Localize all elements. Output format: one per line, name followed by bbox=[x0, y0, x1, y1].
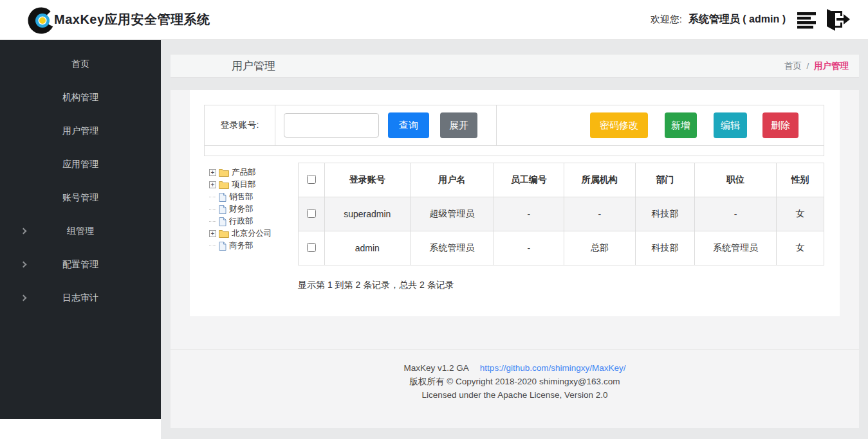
tree-node-label[interactable]: 产品部 bbox=[232, 167, 256, 178]
tree-expand-icon[interactable]: + bbox=[209, 169, 216, 176]
col-header-organization: 所属机构 bbox=[564, 163, 636, 197]
add-button[interactable]: 新增 bbox=[665, 112, 697, 138]
folder-icon bbox=[219, 181, 229, 189]
users-table: 登录账号 用户名 员工编号 所属机构 部门 职位 性别 bbox=[298, 163, 824, 265]
chevron-right-icon bbox=[21, 295, 27, 301]
cell-gender: 女 bbox=[777, 231, 824, 265]
file-icon bbox=[219, 193, 226, 202]
user-management-card: 登录账号: 查询 展开 密码修改 新增 编辑 删除 bbox=[190, 90, 840, 316]
sidebar-item-account-management[interactable]: 账号管理 bbox=[0, 181, 161, 215]
expand-button[interactable]: 展开 bbox=[440, 112, 477, 138]
file-icon bbox=[219, 205, 226, 214]
breadcrumb-separator: / bbox=[806, 61, 809, 71]
file-icon bbox=[219, 217, 226, 226]
delete-button[interactable]: 删除 bbox=[762, 112, 799, 138]
footer-license: Licensed under the Apache License, Versi… bbox=[171, 388, 859, 402]
row-select-cell bbox=[299, 231, 325, 265]
cell-login: admin bbox=[324, 231, 410, 265]
cell-department: 科技部 bbox=[636, 231, 695, 265]
file-icon bbox=[219, 242, 226, 251]
cell-employee-id: - bbox=[494, 231, 564, 265]
change-password-button[interactable]: 密码修改 bbox=[590, 112, 648, 138]
search-controls: 查询 展开 bbox=[275, 105, 497, 145]
tree-node-label[interactable]: 行政部 bbox=[229, 216, 254, 227]
sidebar-item-label: 账号管理 bbox=[62, 192, 98, 204]
footer-version-line: MaxKey v1.2 GA https://github.com/shimin… bbox=[171, 361, 859, 375]
tree-connector bbox=[209, 209, 216, 210]
tree-connector bbox=[209, 246, 216, 246]
action-buttons: 密码修改 新增 编辑 删除 bbox=[497, 105, 824, 145]
tree-node-sales-dept[interactable]: 销售部 bbox=[209, 191, 298, 203]
welcome-label: 欢迎您: bbox=[651, 13, 682, 26]
col-header-gender: 性别 bbox=[777, 163, 824, 197]
brand: MaxKey应用安全管理系统 bbox=[24, 4, 210, 35]
table-header-row: 登录账号 用户名 员工编号 所属机构 部门 职位 性别 bbox=[299, 163, 824, 197]
chevron-right-icon bbox=[21, 228, 27, 235]
tree-node-beijing-branch[interactable]: + 北京分公司 bbox=[209, 228, 298, 240]
session-list-icon[interactable] bbox=[797, 10, 819, 30]
cell-employee-id: - bbox=[494, 197, 564, 231]
cell-username: 系统管理员 bbox=[410, 231, 494, 265]
tree-node-label[interactable]: 销售部 bbox=[229, 192, 254, 202]
col-header-department: 部门 bbox=[636, 163, 695, 197]
col-header-login: 登录账号 bbox=[324, 163, 410, 197]
users-table-wrap: 登录账号 用户名 员工编号 所属机构 部门 职位 性别 bbox=[298, 163, 824, 291]
tree-node-label[interactable]: 项目部 bbox=[232, 179, 256, 190]
sidebar-item-user-management[interactable]: 用户管理 bbox=[0, 114, 161, 148]
breadcrumb: 首页 / 用户管理 bbox=[784, 60, 849, 72]
sidebar-item-label: 配置管理 bbox=[62, 259, 98, 271]
row-checkbox[interactable] bbox=[307, 209, 316, 218]
cell-login: superadmin bbox=[324, 197, 410, 231]
tree-expand-icon[interactable]: + bbox=[209, 230, 216, 237]
cell-gender: 女 bbox=[777, 197, 824, 231]
sidebar-item-group-management[interactable]: 组管理 bbox=[0, 215, 161, 248]
tree-node-project-dept[interactable]: + 项目部 bbox=[209, 179, 298, 191]
col-header-username: 用户名 bbox=[410, 163, 494, 197]
sidebar-item-label: 应用管理 bbox=[62, 159, 98, 170]
top-header: MaxKey应用安全管理系统 欢迎您: 系统管理员 ( admin ) bbox=[0, 0, 868, 40]
site-footer: MaxKey v1.2 GA https://github.com/shimin… bbox=[171, 350, 859, 402]
tree-node-label[interactable]: 商务部 bbox=[229, 240, 254, 251]
page-title: 用户管理 bbox=[232, 58, 275, 73]
collapsed-search-panel bbox=[204, 146, 824, 156]
tree-expand-icon[interactable]: + bbox=[209, 181, 216, 188]
sidebar-item-label: 机构管理 bbox=[62, 92, 98, 103]
footer-github-link[interactable]: https://github.com/shimingxy/MaxKey/ bbox=[480, 363, 626, 373]
tree-node-label[interactable]: 财务部 bbox=[229, 204, 254, 215]
sidebar-item-log-audit[interactable]: 日志审计 bbox=[0, 282, 161, 315]
tree-node-admin-dept[interactable]: 行政部 bbox=[209, 215, 298, 228]
logout-icon[interactable] bbox=[822, 8, 850, 31]
tree-node-label[interactable]: 北京分公司 bbox=[232, 228, 272, 239]
select-all-checkbox[interactable] bbox=[307, 175, 316, 184]
footer-copyright: 版权所有 © Copyright 2018-2020 shimingxy@163… bbox=[171, 375, 859, 388]
folder-icon bbox=[219, 168, 229, 177]
sidebar-item-app-management[interactable]: 应用管理 bbox=[0, 148, 161, 181]
org-tree: + 产品部 + 项目部 bbox=[204, 163, 298, 291]
table-row[interactable]: superadmin 超级管理员 - - 科技部 - 女 bbox=[299, 197, 824, 231]
edit-button[interactable]: 编辑 bbox=[714, 112, 747, 138]
query-button[interactable]: 查询 bbox=[388, 112, 429, 138]
app-title: MaxKey应用安全管理系统 bbox=[54, 11, 210, 28]
user-area: 欢迎您: 系统管理员 ( admin ) bbox=[651, 8, 850, 31]
breadcrumb-home-link[interactable]: 首页 bbox=[784, 61, 802, 71]
table-row[interactable]: admin 系统管理员 - 总部 科技部 系统管理员 女 bbox=[299, 231, 824, 265]
tree-node-product-dept[interactable]: + 产品部 bbox=[209, 166, 298, 179]
content-section: 登录账号: 查询 展开 密码修改 新增 编辑 删除 bbox=[171, 90, 859, 428]
cell-position: 系统管理员 bbox=[694, 231, 776, 265]
current-user: 系统管理员 ( admin ) bbox=[688, 13, 786, 26]
col-header-employee-id: 员工编号 bbox=[494, 163, 564, 197]
login-account-input[interactable] bbox=[284, 113, 379, 138]
footer-version: MaxKey v1.2 GA bbox=[404, 363, 469, 373]
tree-node-business-dept[interactable]: 商务部 bbox=[209, 240, 298, 252]
chevron-right-icon bbox=[21, 262, 27, 268]
sidebar-item-org-management[interactable]: 机构管理 bbox=[0, 81, 161, 114]
tree-node-finance-dept[interactable]: 财务部 bbox=[209, 203, 298, 215]
cell-position: - bbox=[694, 197, 776, 231]
sidebar-item-label: 首页 bbox=[71, 58, 89, 70]
col-header-position: 职位 bbox=[694, 163, 776, 197]
sidebar-item-home[interactable]: 首页 bbox=[0, 48, 161, 81]
breadcrumb-bar: 用户管理 首页 / 用户管理 bbox=[171, 55, 859, 78]
folder-icon bbox=[219, 229, 229, 238]
sidebar-item-config-management[interactable]: 配置管理 bbox=[0, 248, 161, 282]
row-checkbox[interactable] bbox=[307, 243, 316, 252]
